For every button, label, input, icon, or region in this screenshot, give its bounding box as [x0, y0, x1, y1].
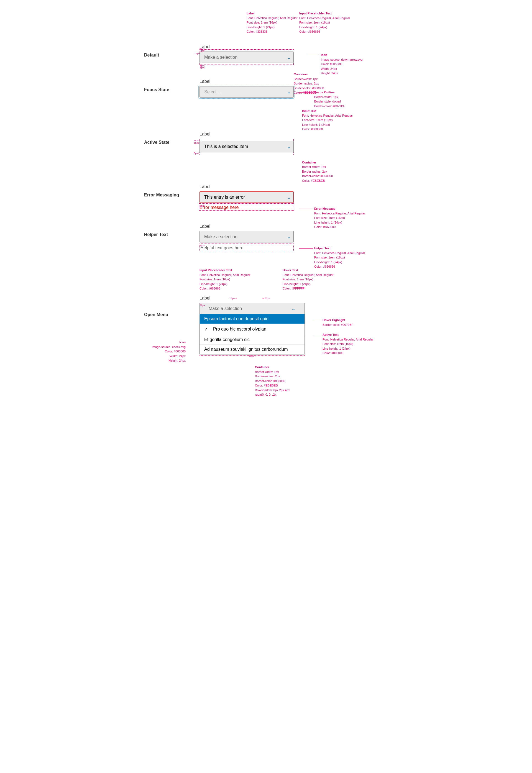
focus-outline-annotation: Focus Outline Border-width: 1px Border-s… [314, 90, 345, 108]
input-text-annotation: Input Text Font: Helvetica Regular, Aria… [302, 109, 363, 132]
error-value: This entry is an error [204, 195, 245, 200]
active-select-box[interactable]: 16px This is a selected item ⌄ [199, 141, 294, 152]
error-label: Error Messaging [144, 184, 199, 198]
error-select-box[interactable]: This entry is an error ⌄ [199, 191, 294, 203]
focus-placeholder: Select… [204, 89, 221, 94]
helper-label: Helper Text [144, 224, 199, 237]
error-section: Error Messaging Label This entry is an e… [144, 184, 388, 210]
focus-select-box[interactable]: Select… ⌄ [199, 86, 294, 98]
open-placeholder-bar: Make a selection ⌄ [199, 303, 305, 314]
helper-select-box[interactable]: Make a selection ⌄ [199, 231, 294, 242]
open-label: Open Menu [144, 296, 199, 317]
default-field-label: Label [199, 44, 294, 49]
hover-text-annotation: Hover Text Font: Helvetica Regular, Aria… [283, 268, 333, 291]
focus-label: Foucs State [144, 79, 199, 92]
error-field-label: Label [199, 184, 294, 189]
active-section: Active State Label 8px↑ 16px This is a s… [144, 132, 388, 155]
error-message-text: Error message here [199, 205, 294, 210]
focus-section: Foucs State Label Select… ⌄ Focus Outlin… [144, 79, 388, 98]
default-placeholder: Make a selection [204, 55, 237, 60]
container-error-annotation: Container Border-width: 1px Border-radiu… [302, 160, 388, 183]
container-open-annotation: Container Border-width: 1px Border-radiu… [255, 365, 388, 397]
open-placeholder-annotation: Input Placeholder Text Font: Helvetica R… [199, 268, 250, 291]
hover-highlight-annotation: Hover Highlight Border-color: #0079BF [313, 318, 373, 327]
helper-text-annotation: Helper Text Font: Helvetica Regular, Ari… [314, 246, 365, 269]
open-menu-container[interactable]: 32px Make a selection ⌄ Epsum factorial … [199, 303, 305, 357]
focus-chevron-icon: ⌄ [287, 89, 291, 95]
active-field-label: Label [199, 132, 294, 137]
default-label: Default [144, 44, 199, 58]
helper-section: Helper Text Label Make a selection ⌄ 8px… [144, 224, 388, 251]
icon-check-annotation: Icon Image-source: check.svg Color: #000… [144, 340, 186, 363]
label-annotation: Label Font: Helvetica Regular, Arial Reg… [247, 11, 297, 34]
menu-item-4[interactable]: Ad nauseum souvlaki ignitus carborundum [200, 345, 305, 354]
menu-item-2[interactable]: ✓ Pro quo hic escorol olypian [200, 324, 305, 335]
helper-chevron-icon: ⌄ [287, 234, 291, 240]
active-text-annotation: Active Text Font: Helvetica Regular, Ari… [313, 332, 373, 355]
open-field-label: Label [199, 296, 210, 301]
helper-placeholder: Make a selection [204, 234, 237, 239]
icon-default-annotation: Icon Image-source: down-arrow.svg Color:… [321, 53, 362, 76]
default-chevron-icon: ⌄ [287, 54, 291, 60]
check-icon: ✓ [204, 326, 211, 332]
open-menu-list: Epsum factorial non deposit quid ✓ Pro q… [199, 314, 305, 354]
default-section: Default Label 8px↑ 8px↑ [144, 44, 388, 65]
menu-item-3[interactable]: Et gorilla congolium sic [200, 335, 305, 345]
helper-text-value: Helpful text goes here [199, 245, 294, 251]
focus-field-label: Label [199, 79, 294, 84]
open-section: Icon Image-source: check.svg Color: #000… [144, 296, 388, 357]
default-select-box[interactable]: 8px↑ 8px↓ 16px Make a selection ⌄ [199, 52, 294, 63]
error-chevron-icon: ⌄ [287, 194, 291, 200]
active-label: Active State [144, 132, 199, 145]
helper-field-label: Label [199, 224, 294, 229]
active-chevron-icon: ⌄ [287, 144, 291, 150]
placeholder-annotation: Input Placeholder Text Font: Helvetica R… [299, 11, 350, 34]
menu-item-1[interactable]: Epsum factorial non deposit quid [200, 314, 305, 324]
active-value: This is a selected item [204, 144, 248, 149]
